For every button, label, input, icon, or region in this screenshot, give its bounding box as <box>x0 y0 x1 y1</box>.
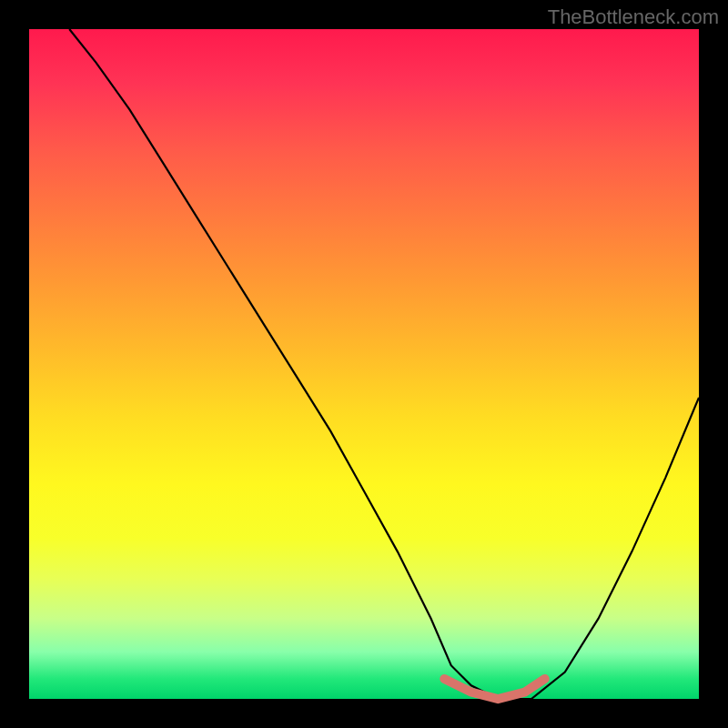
chart-plot-area <box>29 29 699 699</box>
optimal-range-marker <box>444 679 544 699</box>
chart-svg <box>29 29 699 699</box>
watermark-text: TheBottleneck.com <box>548 5 719 29</box>
bottleneck-curve-line <box>69 29 699 699</box>
